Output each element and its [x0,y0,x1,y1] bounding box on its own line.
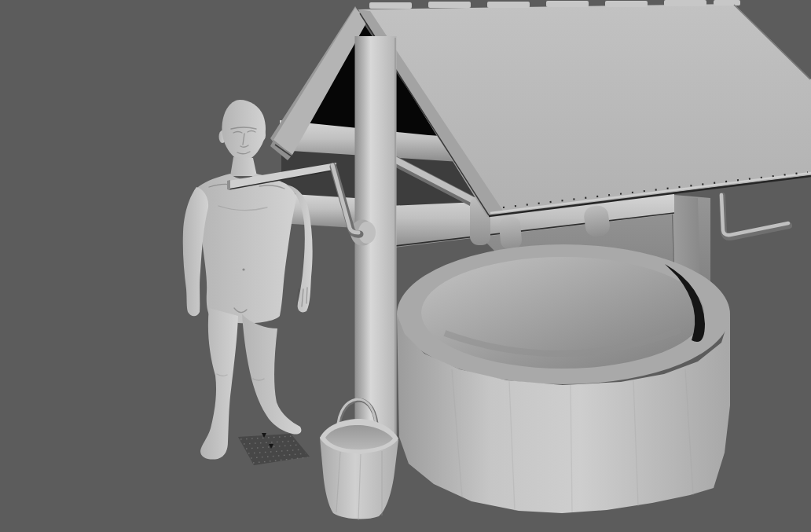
water-well-mesh[interactable] [397,244,730,513]
crank-board-endcap [227,180,230,190]
ridge-cap [605,1,648,7]
ridge-cap [714,0,740,6]
figure-navel [242,268,244,270]
front-post-mesh[interactable] [350,36,397,449]
figure-neck [230,157,257,176]
hook-icon [498,216,522,250]
ridge-cap [428,2,471,8]
ridge-cap [369,2,412,9]
3d-viewport[interactable] [0,0,811,532]
ridge-cap [546,1,589,7]
figure-torso [194,174,296,323]
ridge-cap [487,2,530,8]
ridge-cap [664,0,706,6]
